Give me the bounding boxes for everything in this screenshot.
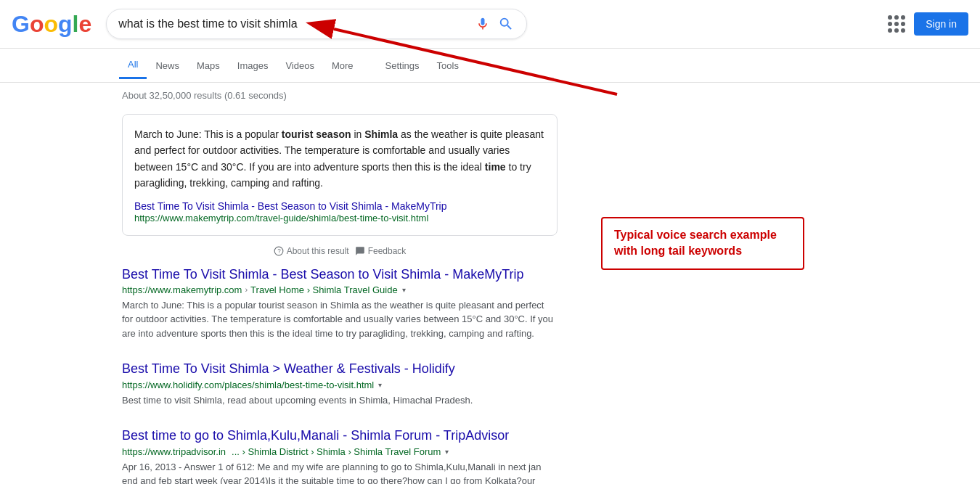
- result-domain-1: https://www.makemytrip.com: [122, 284, 242, 295]
- result-link-1[interactable]: Best Time To Visit Shimla - Best Season …: [122, 267, 524, 282]
- about-result-link[interactable]: ? About this result: [274, 246, 349, 256]
- tab-maps[interactable]: Maps: [188, 53, 229, 78]
- snippet-text-march: March to June: [134, 128, 199, 140]
- results-info: About 32,50,000 results (0.61 seconds): [0, 83, 980, 108]
- google-logo[interactable]: Google: [12, 11, 91, 38]
- result-link-2[interactable]: Best Time To Visit Shimla > Weather & Fe…: [122, 361, 455, 376]
- result-domain-2: https://www.holidify.com/places/shimla/b…: [122, 380, 374, 390]
- breadcrumb-arrow-1: ›: [245, 285, 248, 294]
- tab-settings[interactable]: Settings: [377, 53, 428, 78]
- result-desc-3: Apr 16, 2013 - Answer 1 of 612: Me and m…: [122, 460, 558, 484]
- snippet-in: in: [351, 128, 365, 140]
- results-column: March to June: This is a popular tourist…: [122, 108, 558, 484]
- feedback-link[interactable]: Feedback: [355, 246, 407, 256]
- dropdown-icon-2[interactable]: ▾: [378, 381, 382, 389]
- result-item-2: Best Time To Visit Shimla > Weather & Fe…: [122, 361, 558, 407]
- tab-all[interactable]: All: [119, 52, 147, 79]
- annotation-box: Typical voice search example with long t…: [601, 217, 804, 270]
- tab-tools[interactable]: Tools: [428, 53, 467, 78]
- result-title-2: Best Time To Visit Shimla > Weather & Fe…: [122, 361, 558, 377]
- snippet-colon: : This is a popular: [199, 128, 282, 140]
- result-breadcrumb-3: ... › Shimla District › Shimla › Shimla …: [232, 446, 441, 457]
- result-domain-3: https://www.tripadvisor.in: [122, 446, 226, 457]
- search-icon[interactable]: [497, 15, 515, 33]
- result-link-3[interactable]: Best time to go to Shimla,Kulu,Manali - …: [122, 428, 509, 443]
- result-url-2: https://www.holidify.com/places/shimla/b…: [122, 380, 558, 390]
- result-desc-1: March to June: This is a popular tourist…: [122, 298, 558, 341]
- result-desc-2: Best time to visit Shimla, read about up…: [122, 393, 558, 408]
- snippet-footer: ? About this result Feedback: [122, 242, 558, 261]
- apps-grid-icon[interactable]: [888, 15, 905, 33]
- right-panel: Typical voice search example with long t…: [587, 108, 858, 484]
- snippet-title-link[interactable]: Best Time To Visit Shimla - Best Season …: [134, 200, 447, 212]
- snippet-tourist: tourist season: [282, 128, 351, 140]
- header-right: Sign in: [888, 12, 968, 36]
- snippet-url: https://www.makemytrip.com/travel-guide/…: [134, 213, 428, 223]
- snippet-link: Best Time To Visit Shimla - Best Season …: [134, 200, 545, 223]
- dropdown-icon-1[interactable]: ▾: [402, 286, 406, 294]
- result-title-1: Best Time To Visit Shimla - Best Season …: [122, 266, 558, 283]
- svg-text:?: ?: [277, 247, 281, 254]
- snippet-time: time: [485, 161, 506, 173]
- search-bar: [106, 9, 527, 39]
- dropdown-icon-3[interactable]: ▾: [445, 448, 449, 456]
- result-breadcrumb-1: Travel Home › Shimla Travel Guide: [250, 284, 398, 295]
- result-item-3: Best time to go to Shimla,Kulu,Manali - …: [122, 427, 558, 484]
- about-result-label: About this result: [287, 246, 349, 256]
- snippet-shimla: Shimla: [364, 128, 398, 140]
- featured-snippet: March to June: This is a popular tourist…: [122, 114, 558, 236]
- snippet-text: March to June: This is a popular tourist…: [134, 126, 545, 192]
- result-item-1: Best Time To Visit Shimla - Best Season …: [122, 266, 558, 341]
- nav-tabs: All News Maps Images Videos More Setting…: [0, 49, 980, 83]
- result-url-3: https://www.tripadvisor.in ... › Shimla …: [122, 446, 558, 457]
- tab-more[interactable]: More: [323, 53, 362, 78]
- main-content: March to June: This is a popular tourist…: [0, 108, 980, 484]
- tab-images[interactable]: Images: [229, 53, 277, 78]
- tab-videos[interactable]: Videos: [277, 53, 323, 78]
- result-url-1: https://www.makemytrip.com › Travel Home…: [122, 284, 558, 295]
- feedback-label: Feedback: [368, 246, 407, 256]
- search-input[interactable]: [118, 17, 475, 30]
- result-title-3: Best time to go to Shimla,Kulu,Manali - …: [122, 427, 558, 444]
- annotation-text: Typical voice search example with long t…: [614, 227, 791, 260]
- tab-news[interactable]: News: [147, 53, 188, 78]
- microphone-icon[interactable]: [475, 17, 490, 31]
- search-icons: [475, 15, 515, 33]
- header: Google: [0, 0, 980, 49]
- sign-in-button[interactable]: Sign in: [914, 12, 968, 36]
